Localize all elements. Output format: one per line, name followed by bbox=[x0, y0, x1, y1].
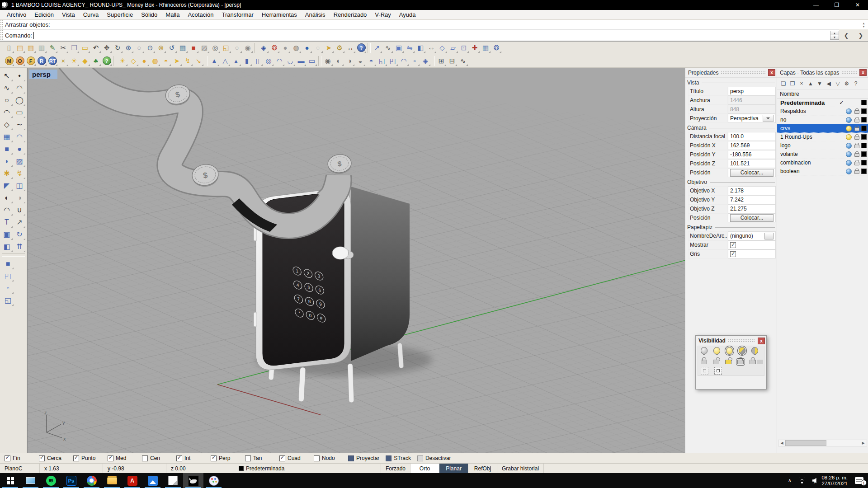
cplane-icon[interactable]: ▨ bbox=[199, 42, 210, 53]
drag-grip[interactable] bbox=[0, 20, 3, 29]
fillet-corner-icon[interactable]: ✱ bbox=[1, 167, 13, 179]
dome-light-icon[interactable]: ◓ bbox=[160, 56, 171, 66]
osnap-mode-button[interactable]: STrack bbox=[386, 455, 411, 461]
array-rect-icon[interactable]: ▦ bbox=[480, 42, 491, 53]
photos-icon[interactable] bbox=[142, 473, 163, 488]
osnap-toggle[interactable]: Cerca bbox=[39, 455, 73, 461]
extract-surface-icon[interactable]: ◱ bbox=[377, 56, 387, 66]
open-file-icon[interactable]: ▤ bbox=[14, 42, 25, 53]
browse-button[interactable]: ... bbox=[764, 233, 774, 239]
solid-pyramid-icon[interactable]: △ bbox=[220, 56, 231, 66]
color-wheel-icon[interactable]: ❂ bbox=[269, 42, 280, 53]
osnap-circle-icon[interactable]: ◎ bbox=[210, 42, 221, 53]
layer-color-swatch[interactable] bbox=[861, 169, 867, 174]
status-toggle-button[interactable]: Grabar historial bbox=[497, 464, 544, 473]
property-row[interactable]: Objetivo X 2.178 2.178 bbox=[685, 186, 777, 195]
command-back-button[interactable]: ❮ bbox=[839, 29, 854, 41]
boolean-split-icon[interactable]: ◒ bbox=[355, 56, 366, 66]
print-icon[interactable]: ▥ bbox=[36, 42, 47, 53]
boolean-intersection-icon[interactable]: ◑ bbox=[344, 56, 355, 66]
move-up-icon[interactable]: ▲ bbox=[806, 79, 815, 88]
layer-color-swatch[interactable] bbox=[861, 134, 867, 140]
split-icon[interactable]: ◫ bbox=[14, 179, 26, 192]
layer-row[interactable]: Respaldos bbox=[777, 107, 868, 116]
polysurface-icon[interactable]: ◧ bbox=[1, 240, 13, 253]
checkbox[interactable] bbox=[730, 251, 736, 257]
property-row[interactable]: Gris bbox=[685, 249, 777, 258]
zoom-selected-icon[interactable]: ⊙ bbox=[145, 42, 156, 53]
pan-view-icon[interactable]: ✥ bbox=[101, 42, 112, 53]
spot-light-icon[interactable]: ➤ bbox=[171, 56, 182, 66]
solid-points-icon[interactable]: ▫ bbox=[409, 56, 420, 66]
copy-layer-icon[interactable]: ❐ bbox=[788, 79, 797, 88]
vehicle-icon[interactable]: ■ bbox=[188, 42, 199, 53]
property-row[interactable]: Mostrar bbox=[685, 240, 777, 249]
control-points-off-icon[interactable]: ⊟ bbox=[447, 56, 458, 66]
viewport-title[interactable]: persp bbox=[29, 70, 57, 79]
viewport-layout-icon[interactable]: ▦ bbox=[177, 42, 188, 53]
volume-icon[interactable]: ) bbox=[812, 478, 816, 483]
osnap-toggle[interactable]: Fin bbox=[5, 455, 39, 461]
mesh-light-icon[interactable]: ◍ bbox=[150, 56, 160, 66]
cap-holes-icon[interactable]: ◓ bbox=[366, 56, 377, 66]
taskbar-clock[interactable]: 08:26 p. m. 27/07/2021 bbox=[821, 475, 848, 487]
annotate-icon[interactable]: ✎ bbox=[47, 42, 58, 53]
chrome-icon[interactable] bbox=[81, 473, 102, 488]
new-document-icon[interactable]: ▯ bbox=[4, 42, 14, 53]
command-input-line[interactable]: Comando: ▲▼ ❮ ❯ bbox=[0, 30, 868, 42]
layer-lock-icon[interactable] bbox=[854, 127, 859, 131]
text-icon[interactable]: T bbox=[1, 216, 13, 228]
osnap-checkbox[interactable] bbox=[73, 455, 79, 461]
move-icon[interactable]: ↗ bbox=[372, 42, 382, 53]
current-layer-name[interactable]: Predeterminada bbox=[246, 465, 284, 472]
osnap-checkbox[interactable] bbox=[142, 455, 148, 461]
property-row[interactable]: Proyección Perspectiva Perspectiva bbox=[685, 114, 777, 123]
notification-center-icon[interactable]: 1 bbox=[855, 477, 863, 484]
layer-tools-icon[interactable]: ⚙ bbox=[842, 79, 851, 88]
shell-icon[interactable]: ◰ bbox=[387, 56, 398, 66]
osnap-toggle[interactable]: Cuad bbox=[279, 455, 314, 461]
osnap-checkbox[interactable] bbox=[314, 455, 320, 461]
property-row[interactable]: Posición Z 101.521 101.521 bbox=[685, 159, 777, 168]
status-toggle-button[interactable]: RefObj bbox=[468, 464, 497, 473]
sun-light-icon[interactable]: ☀ bbox=[117, 56, 128, 66]
layer-visibility-bulb-icon[interactable] bbox=[846, 108, 852, 114]
rotate-3d-icon[interactable]: ◇ bbox=[437, 42, 448, 53]
property-row[interactable]: Objetivo Z 21.275 21.275 bbox=[685, 204, 777, 213]
osnap-mode-button[interactable]: Proyectar bbox=[348, 455, 379, 461]
vray-sun-icon[interactable]: ☀ bbox=[69, 56, 80, 66]
curve-icon[interactable]: ∿ bbox=[1, 82, 13, 94]
layer-visibility-bulb-icon[interactable] bbox=[846, 117, 852, 123]
property-row[interactable]: Altura 848 848 bbox=[685, 105, 777, 114]
orient-box-icon[interactable]: ◧ bbox=[415, 42, 426, 53]
menu-item[interactable]: Acotación bbox=[184, 10, 217, 19]
cplane-label[interactable]: PlanoC bbox=[0, 464, 40, 473]
drag-grip[interactable] bbox=[0, 30, 3, 41]
array-copy-icon[interactable]: ▣ bbox=[393, 42, 404, 53]
layers-name-header[interactable]: Nombre bbox=[780, 91, 799, 97]
zoom-extents-icon[interactable]: ⊚ bbox=[156, 42, 166, 53]
layer-row[interactable]: crvs bbox=[777, 124, 868, 133]
layer-help-icon[interactable]: ? bbox=[851, 79, 860, 88]
file-explorer-icon[interactable] bbox=[102, 473, 122, 488]
vray-rt-icon[interactable]: RT bbox=[47, 56, 58, 66]
surface-curve-icon[interactable]: ◠ bbox=[14, 131, 26, 143]
solid-cylinder-icon[interactable]: ▮ bbox=[241, 56, 252, 66]
fillet-edge-icon[interactable]: ◠ bbox=[398, 56, 409, 66]
solid-slab-icon[interactable]: ▭ bbox=[307, 56, 317, 66]
osnap-toggle[interactable]: Nodo bbox=[314, 455, 348, 461]
layer-row[interactable]: combinacion bbox=[777, 159, 868, 167]
lock-open-icon[interactable] bbox=[713, 360, 719, 364]
cut-icon[interactable]: ✂ bbox=[58, 42, 69, 53]
status-toggle-button[interactable]: Orto bbox=[410, 464, 439, 473]
solid-tools-icon[interactable]: ■ bbox=[2, 258, 14, 270]
layer-visibility-bulb-icon[interactable] bbox=[846, 126, 852, 131]
layer-lock-icon[interactable] bbox=[854, 136, 859, 140]
lock-closed-icon[interactable] bbox=[701, 360, 707, 364]
zoom-window-icon[interactable]: ◌ bbox=[134, 42, 145, 53]
solid-sphere-icon[interactable]: ● bbox=[14, 143, 26, 155]
osnap-toggle[interactable]: Int bbox=[176, 455, 211, 461]
status-toggle-button[interactable]: Planar bbox=[439, 464, 468, 473]
scrollbar-thumb[interactable] bbox=[785, 440, 826, 446]
polygon-icon[interactable]: ◇ bbox=[1, 118, 13, 131]
